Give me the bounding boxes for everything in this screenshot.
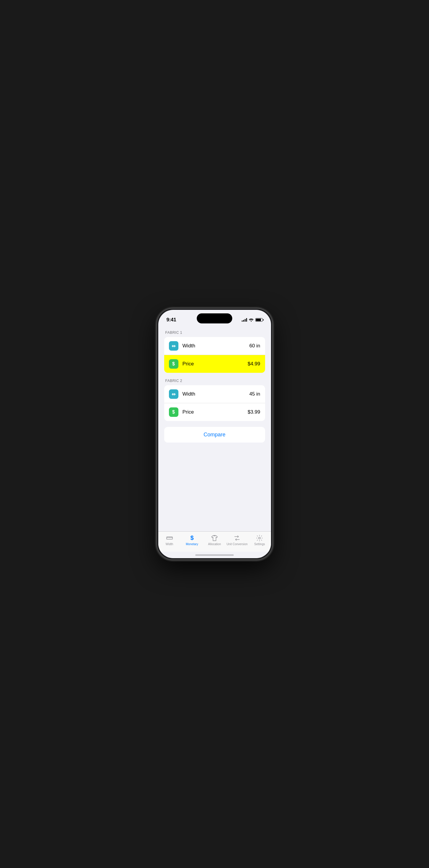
dollar-icon-1: $ — [172, 361, 175, 367]
tab-monetary-label: Monetary — [186, 542, 198, 546]
monetary-icon: $ — [189, 534, 196, 541]
compare-button[interactable]: Compare — [164, 427, 265, 442]
tab-allocation[interactable]: Allocation — [203, 533, 226, 546]
fabric1-width-label: Width — [182, 343, 250, 349]
tab-settings-label: Settings — [254, 542, 265, 546]
width-icon-bg: ⇔ — [169, 341, 178, 351]
fabric2-label: FABRIC 2 — [165, 379, 265, 383]
conversion-icon — [233, 534, 240, 541]
svg-text:$: $ — [190, 534, 194, 541]
price-icon-bg-2: $ — [169, 407, 178, 417]
signal-bars-icon — [242, 318, 247, 322]
fabric2-width-label: Width — [182, 391, 250, 397]
phone-frame: 9:41 FABRIC 1 — [156, 308, 273, 560]
width-arrows-icon-2: ⇔ — [172, 392, 175, 397]
screen: 9:41 FABRIC 1 — [158, 310, 271, 558]
svg-point-8 — [259, 537, 260, 539]
fabric2-card: ⇔ Width 45 in $ Price $3.99 — [164, 385, 265, 421]
tab-monetary[interactable]: $ Monetary — [181, 533, 203, 546]
tab-bar: Width $ Monetary Allocation — [158, 531, 271, 552]
fabric2-width-row[interactable]: ⇔ Width 45 in — [164, 385, 265, 403]
width-arrows-icon: ⇔ — [172, 343, 175, 349]
tab-unit-conversion[interactable]: Unit Conversion — [226, 533, 248, 546]
fabric2-price-row[interactable]: $ Price $3.99 — [164, 403, 265, 421]
fabric1-width-value: 60 in — [250, 343, 260, 349]
status-icons — [242, 318, 263, 322]
dollar-icon-2: $ — [172, 409, 175, 415]
fabric1-price-row[interactable]: $ Price $4.99 — [164, 355, 265, 373]
battery-icon — [255, 318, 263, 322]
home-indicator — [158, 552, 271, 558]
tab-allocation-label: Allocation — [208, 542, 221, 546]
price-icon-bg-1: $ — [169, 359, 178, 369]
wifi-icon — [249, 318, 254, 322]
tab-unit-conversion-label: Unit Conversion — [227, 542, 248, 546]
dynamic-island — [197, 313, 232, 323]
fabric1-card: ⇔ Width 60 in $ Price $4.99 — [164, 337, 265, 373]
fabric1-price-value: $4.99 — [248, 361, 260, 367]
fabric2-price-label: Price — [182, 409, 248, 415]
main-content: FABRIC 1 ⇔ Width 60 in $ Price $4.99 — [158, 326, 271, 531]
shirt-icon — [211, 534, 218, 541]
gear-icon — [256, 534, 263, 541]
fabric2-width-value: 45 in — [250, 391, 260, 397]
fabric1-label: FABRIC 1 — [165, 331, 265, 335]
fabric1-price-label: Price — [182, 361, 248, 367]
compare-button-container: Compare — [164, 427, 265, 442]
tab-width-label: Width — [166, 542, 173, 546]
tab-width[interactable]: Width — [158, 533, 181, 546]
tab-settings[interactable]: Settings — [248, 533, 271, 546]
fabric1-width-row[interactable]: ⇔ Width 60 in — [164, 337, 265, 355]
fabric2-price-value: $3.99 — [248, 409, 260, 415]
status-time: 9:41 — [167, 317, 176, 323]
ruler-icon — [166, 534, 173, 541]
width-icon-bg-2: ⇔ — [169, 390, 178, 399]
